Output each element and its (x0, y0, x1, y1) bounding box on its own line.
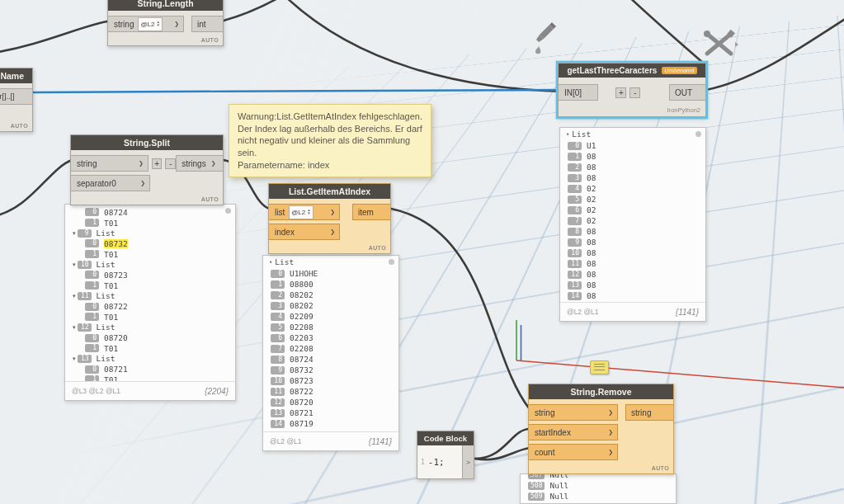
preview-value: 08 (587, 163, 596, 172)
node-header[interactable]: List.GetItemAtIndex (269, 184, 390, 199)
preview-panel-getitematindex[interactable]: ▾ List 0U1HOHE10880020820230820240220950… (262, 255, 399, 451)
warning-line: Der Index lag außerhalb des Bereichs. Er… (238, 123, 422, 135)
output-port-string[interactable]: string (625, 404, 673, 421)
port-chevron-icon: ❯ (210, 160, 216, 167)
remove-input-button[interactable]: - (629, 87, 640, 98)
node-header[interactable]: Code Block (417, 431, 474, 445)
wire-selected[interactable] (33, 90, 563, 92)
pin-icon[interactable] (389, 259, 394, 265)
input-port-startindex[interactable]: startIndex ❯ (529, 424, 618, 440)
node-string-split[interactable]: String.Split string ❯ + - strings ❯ sepa… (70, 134, 224, 205)
expander-icon[interactable]: ▾ (269, 259, 272, 266)
preview-group-row[interactable]: ▾11List (65, 291, 235, 302)
node-header[interactable]: String.Remove (529, 384, 673, 399)
index-badge: 14 (271, 420, 285, 428)
output-port-strings[interactable]: strings ❯ (176, 155, 223, 172)
code-text[interactable]: -1; (428, 457, 462, 468)
input-port-list[interactable]: list @L2 ▲▼ ❯ (269, 204, 340, 220)
wire[interactable] (282, 0, 564, 92)
node-header[interactable]: String.Split (71, 135, 223, 150)
preview-group-row[interactable]: ▾13List (65, 354, 235, 365)
output-port-item[interactable]: item (352, 204, 390, 220)
level-tags[interactable]: @L2 @L1 (270, 437, 302, 445)
node-header[interactable]: getLastThreeCaracters Umbenannt (559, 64, 705, 78)
preview-row: 0U1HOHE (263, 268, 398, 279)
preview-row: 908732 (263, 365, 398, 375)
preview-row: 1408719 (263, 418, 398, 429)
wire[interactable] (0, 160, 72, 216)
input-port-index[interactable]: index ❯ (269, 224, 340, 240)
index-badge: 0 (85, 271, 99, 279)
expander-icon[interactable]: ▾ (73, 356, 76, 362)
wire[interactable] (391, 209, 530, 409)
preview-value: 08721 (290, 408, 314, 417)
index-badge: 1 (568, 153, 582, 161)
preview-panel-python[interactable]: ▾ List 0U1108208308402502602702808908100… (559, 127, 706, 322)
wire[interactable] (0, 21, 111, 53)
index-badge: 1 (85, 344, 99, 352)
wire[interactable] (224, 0, 286, 21)
node-getlastthreecaracters[interactable]: getLastThreeCaracters Umbenannt IN[0] + … (558, 63, 706, 117)
index-badge: 2 (271, 291, 285, 299)
expander-icon[interactable]: ▾ (566, 131, 569, 138)
output-port-int[interactable]: int (191, 16, 223, 32)
lacing-level-spinner[interactable]: @L2 ▲▼ (289, 205, 314, 219)
preview-panel-string-remove[interactable]: 507Null508Null509Null (520, 473, 677, 504)
index-badge: 1 (85, 281, 99, 290)
crossed-tools-icon[interactable] (701, 28, 739, 61)
input-port-separator0[interactable]: separator0 ❯ (71, 175, 150, 191)
node-code-block[interactable]: Code Block 1 -1; > (417, 431, 474, 479)
preview-value: List (97, 260, 116, 269)
preview-value: 08732 (290, 365, 314, 374)
port-label: count (535, 448, 554, 457)
node-string-remove[interactable]: String.Remove string ❯ string startIndex… (528, 384, 674, 474)
add-input-button[interactable]: + (615, 87, 626, 98)
output-port-code[interactable]: > (462, 445, 474, 478)
node-string-length[interactable]: String.Length string @L2 ▲▼ ❯ int (107, 0, 224, 46)
wire[interactable] (475, 429, 530, 459)
preview-value: 02 (587, 205, 596, 214)
input-port-string[interactable]: string ❯ (71, 155, 149, 172)
node-header[interactable]: String.Length (108, 0, 223, 11)
add-input-button[interactable]: + (152, 158, 163, 169)
preview-panel-string-split[interactable]: 0087241T01▾9List0087321T01▾10List0087231… (64, 204, 236, 401)
preview-group-row[interactable]: ▾9List (65, 228, 235, 238)
node-name[interactable]: Name var[]..[] AUTO (0, 68, 33, 132)
expander-icon[interactable]: ▾ (73, 324, 76, 331)
port-label: list (275, 208, 285, 217)
dynamo-workspace-canvas[interactable]: String.Length string @L2 ▲▼ ❯ int (0, 0, 844, 504)
level-tags[interactable]: @L3 @L2 @L1 (72, 387, 120, 395)
remove-input-button[interactable]: - (165, 158, 176, 169)
level-tags[interactable]: @L2 @L1 (567, 308, 599, 316)
preview-group-row[interactable]: ▾10List (65, 259, 235, 270)
spinner-arrows-icon[interactable]: ▲▼ (307, 209, 310, 216)
node-header[interactable]: Name (0, 68, 32, 83)
preview-value: 08732 (104, 239, 128, 248)
input-port-in0[interactable]: IN[0] (559, 84, 598, 101)
expander-icon[interactable]: ▾ (73, 293, 76, 299)
output-port-out[interactable]: OUT (669, 84, 705, 101)
preview-value: 08 (587, 270, 596, 279)
preview-group-row[interactable]: ▾12List (65, 323, 235, 333)
eyedropper-icon[interactable] (533, 20, 558, 54)
python-engine-label: IronPython2 (559, 106, 705, 116)
lacing-level-spinner[interactable]: @L2 ▲▼ (138, 17, 163, 31)
preview-row: 602 (560, 205, 705, 215)
lacing-auto-label: AUTO (71, 195, 223, 205)
pin-icon[interactable] (695, 131, 701, 137)
expander-icon[interactable]: ▾ (73, 261, 76, 268)
expander-icon[interactable]: ▾ (73, 230, 76, 237)
preview-value: 08720 (290, 398, 314, 407)
note-bubble-icon[interactable] (590, 360, 609, 374)
output-port-var[interactable]: var[]..[] (0, 88, 32, 105)
wire[interactable] (625, 0, 703, 63)
input-port-string[interactable]: string @L2 ▲▼ ❯ (108, 16, 184, 32)
preview-row: 508Null (521, 480, 676, 491)
input-port-count[interactable]: count ❯ (529, 444, 618, 460)
input-port-string[interactable]: string ❯ (529, 404, 618, 421)
node-list-getitematindex[interactable]: List.GetItemAtIndex list @L2 ▲▼ ❯ item (268, 183, 391, 254)
preview-value: 02 (587, 216, 596, 225)
spinner-arrows-icon[interactable]: ▲▼ (156, 21, 159, 28)
pin-icon[interactable] (225, 208, 231, 214)
port-chevron-icon: ❯ (134, 160, 144, 167)
